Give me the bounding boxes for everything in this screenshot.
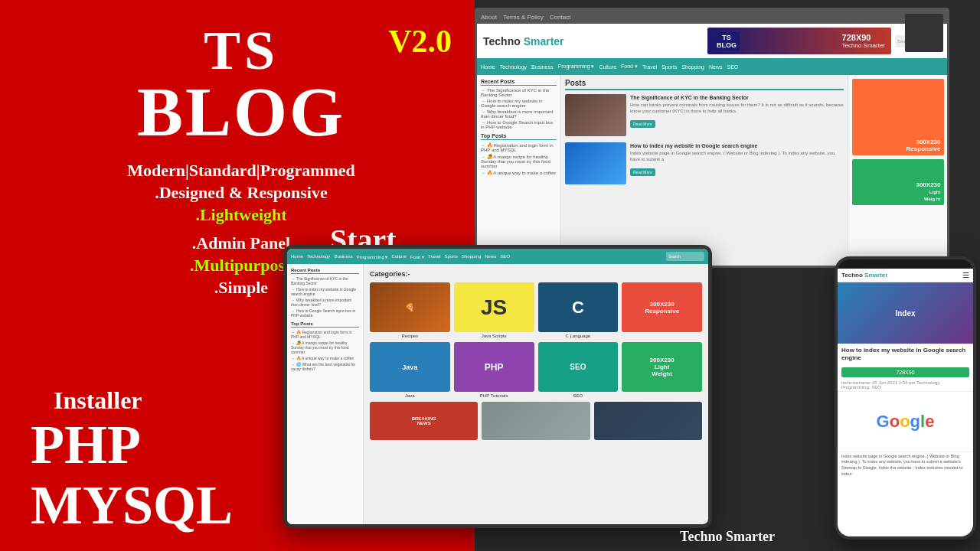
banner-brand: Techno Smarter bbox=[842, 42, 885, 49]
cat-c-thumb: C bbox=[538, 282, 619, 332]
cat-extra1 bbox=[482, 402, 590, 442]
t-nav-seo: SEO bbox=[500, 254, 510, 259]
nav-seo: SEO bbox=[727, 64, 739, 70]
ts-box: TSBLOG bbox=[714, 32, 740, 51]
phone-post-title: How to index my website in Google search… bbox=[838, 344, 973, 366]
t-top-title: Top Posts bbox=[291, 321, 359, 328]
cat-responsive: 300X230Responsive bbox=[622, 282, 702, 338]
logo-techno: Techno bbox=[483, 35, 524, 47]
cat-recipes-label: Recipes bbox=[370, 334, 450, 338]
post-info-1: The Significance of KYC in the Banking S… bbox=[630, 94, 844, 129]
phone-desc: Index website page in Google search engi… bbox=[838, 452, 973, 479]
logo-smarter: Smarter bbox=[524, 35, 564, 47]
blog-logo: Techno Smarter bbox=[483, 35, 564, 47]
phone-banner-btn[interactable]: 728X90 bbox=[841, 367, 969, 377]
cat-weight: 300X230LightWeight bbox=[622, 342, 702, 398]
post-item-1: The Significance of KYC in the Banking S… bbox=[565, 94, 844, 136]
top-posts-title: Top Posts bbox=[481, 133, 557, 140]
cat-grid-2: Java Java PHP PHP Tutorials bbox=[370, 342, 702, 398]
cat-extra1-thumb bbox=[482, 402, 590, 440]
sidebar-link-3: Why breakfast is more important than din… bbox=[481, 109, 557, 119]
phone-header: Techno Smarter ☰ bbox=[838, 269, 973, 282]
t-nav-sports: Sports bbox=[445, 254, 458, 259]
ad-box-medium: 300X230LightWeig ht bbox=[852, 159, 944, 205]
nav-contact: Contact bbox=[550, 14, 571, 21]
weight-text: 300X230LightWeight bbox=[650, 357, 675, 377]
nav-sports: Sports bbox=[662, 64, 677, 70]
features-section: Modern|Standard|Programmed .Designed & R… bbox=[31, 158, 452, 227]
blog-banner-ad: TSBLOG 728X90 Techno Smarter bbox=[707, 28, 891, 54]
nav-tech: Technology bbox=[500, 64, 527, 70]
cat-extra2-thumb bbox=[594, 402, 702, 440]
tagline1: Modern|Standard|Programmed bbox=[31, 161, 452, 181]
ad-large-label: 300X230Responsive bbox=[906, 139, 941, 152]
post-info-2: How to index my website in Google search… bbox=[630, 142, 844, 177]
nav-home: Home bbox=[481, 64, 495, 70]
post-thumb-2 bbox=[565, 142, 626, 184]
main-container: TS BLOG V2.0 Modern|Standard|Programmed … bbox=[0, 0, 980, 551]
php-text: PHP bbox=[31, 414, 141, 475]
tablet-body: Recent Posts The Significance of KYC in … bbox=[287, 264, 708, 524]
phone-post-image: Index bbox=[838, 282, 973, 344]
post-title-2: How to index my website in Google search… bbox=[630, 142, 844, 149]
g-o2: o bbox=[900, 412, 910, 431]
post-title-1: The Significance of KYC in the Banking S… bbox=[630, 94, 844, 101]
cat-grid-3: BREAKINGNEWS bbox=[370, 402, 702, 442]
cat-c: C C Language bbox=[538, 282, 619, 338]
cat-java: Java Java bbox=[370, 342, 450, 398]
t-nav-home: Home bbox=[291, 254, 303, 259]
tablet-screen: Home Technology Business Programming ▾ C… bbox=[287, 249, 708, 524]
post-thumb-1 bbox=[565, 94, 626, 136]
cat-seo: SEO SEO bbox=[538, 342, 619, 398]
cat-js-thumb: JS bbox=[454, 282, 534, 332]
thumb-inner-1 bbox=[565, 94, 626, 136]
read-more-btn-2[interactable]: Read More bbox=[630, 168, 655, 176]
t-nav-news: News bbox=[485, 254, 496, 259]
read-more-btn-1[interactable]: Read More bbox=[630, 120, 655, 128]
nav-about: About bbox=[481, 14, 497, 21]
cat-breaking-thumb: BREAKINGNEWS bbox=[370, 402, 478, 440]
t-link-1: The Significance of KYC in the Banking S… bbox=[291, 276, 359, 285]
post-desc-2: Index website page in Google search engi… bbox=[630, 151, 844, 163]
cat-js-label: Java Scripts bbox=[454, 334, 534, 338]
tablet-search[interactable]: Search bbox=[666, 252, 704, 261]
blog-content: Recent Posts The Significance of KYC in … bbox=[477, 75, 947, 251]
cat-grid-1: 🍕 Recipes JS Java Scripts C C Language bbox=[370, 282, 702, 338]
g-g: G bbox=[877, 412, 890, 431]
t-nav-travel: Travel bbox=[428, 254, 440, 259]
cat-weight-box: 300X230LightWeight bbox=[622, 342, 702, 392]
phone-mockup: Techno Smarter ☰ Index How to index my w… bbox=[835, 256, 976, 540]
cat-java-label: Java bbox=[370, 393, 450, 398]
cat-extra2 bbox=[594, 402, 702, 442]
phone-meta: technosmarter 25 Jun 2021 2:54 pm Techno… bbox=[838, 379, 973, 391]
nav-prog: Programming ▾ bbox=[558, 64, 595, 70]
t-nav-food: Food ▾ bbox=[410, 254, 424, 259]
nav-shopping: Shopping bbox=[681, 64, 704, 70]
post-image-label: Index bbox=[895, 309, 915, 318]
version-text: V2.0 bbox=[388, 23, 452, 60]
nav-terms: Terms & Policy bbox=[503, 14, 544, 21]
t-nav-tech: Technology bbox=[307, 254, 330, 259]
cat-recipes-thumb: 🍕 bbox=[370, 282, 450, 332]
thumb-inner-2 bbox=[565, 142, 626, 184]
cat-php-label: PHP Tutorials bbox=[454, 393, 534, 398]
nav-food: Food ▾ bbox=[621, 64, 638, 70]
top-link-1: 🔥 Registration and login form in PHP and… bbox=[481, 142, 557, 152]
recent-posts-title: Recent Posts bbox=[481, 79, 557, 86]
blog-main-content: Posts The Significance of KYC in the Ban… bbox=[561, 75, 848, 251]
php-mysql-text: PHP MYSQL bbox=[31, 415, 233, 536]
t-top-3: 🔥 A unique way to make a coffee bbox=[291, 356, 359, 360]
t-nav-shop: Shopping bbox=[462, 254, 481, 259]
responsive-text: 300X230Responsive bbox=[645, 301, 679, 315]
t-top-4: 🌐 What are the best vegetable for vacay … bbox=[291, 362, 359, 371]
tagline2: .Designed & Responsive bbox=[31, 183, 452, 203]
phone-notch bbox=[883, 259, 929, 269]
t-nav-culture: Culture bbox=[391, 254, 406, 259]
phone-menu-icon[interactable]: ☰ bbox=[962, 271, 969, 279]
post-item-2: How to index my website in Google search… bbox=[565, 142, 844, 184]
bottom-section: Installer PHP MYSQL bbox=[31, 386, 233, 536]
tablet-mockup: Home Technology Business Programming ▾ C… bbox=[283, 245, 712, 528]
cat-js: JS Java Scripts bbox=[454, 282, 534, 338]
ad-medium-label: 300X230LightWeig ht bbox=[916, 181, 940, 202]
sidebar-link-1: The Significance of KYC in the Banking S… bbox=[481, 88, 557, 97]
